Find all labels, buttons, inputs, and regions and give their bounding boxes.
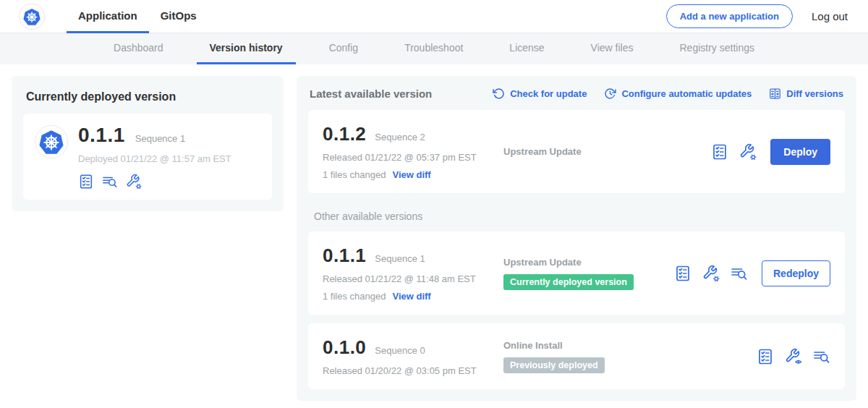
view-diff-link[interactable]: View diff — [392, 169, 430, 180]
version-card-0-1-2: 0.1.2 Sequence 2 Released 01/21/22 @ 05:… — [308, 110, 845, 193]
subnav-dashboard[interactable]: Dashboard — [101, 33, 176, 64]
subnav-view-files[interactable]: View files — [578, 33, 647, 64]
logout-button[interactable]: Log out — [812, 10, 848, 22]
currently-deployed-title: Currently deployed version — [26, 90, 269, 103]
kubernetes-logo — [19, 4, 45, 30]
diff-versions-link[interactable]: Diff versions — [769, 88, 843, 100]
released-timestamp: Released 01/21/22 @ 11:48 am EST — [323, 273, 503, 284]
released-timestamp: Released 01/21/22 @ 05:37 pm EST — [323, 152, 503, 163]
files-changed-label: 1 files changed — [323, 291, 386, 302]
sequence-label: Sequence 2 — [375, 132, 425, 143]
subnav-version-history[interactable]: Version history — [197, 33, 296, 64]
deploy-button[interactable]: Deploy — [770, 139, 830, 165]
preflight-checks-icon[interactable] — [711, 143, 728, 161]
redeploy-button[interactable]: Redeploy — [762, 260, 830, 286]
deployed-sequence-label: Sequence 1 — [135, 133, 185, 144]
version-card-0-1-0: 0.1.0 Sequence 0 Released 01/20/22 @ 03:… — [308, 323, 845, 389]
version-source-label: Online Install — [503, 340, 757, 351]
version-card-0-1-1: 0.1.1 Sequence 1 Released 01/21/22 @ 11:… — [308, 231, 845, 315]
view-logs-icon[interactable] — [102, 174, 118, 190]
edit-config-icon[interactable] — [702, 265, 720, 282]
version-source-label: Upstream Update — [503, 146, 711, 157]
subnav-troubleshoot[interactable]: Troubleshoot — [391, 33, 476, 64]
add-application-button[interactable]: Add a new application — [666, 4, 793, 28]
version-label: 0.1.1 — [323, 245, 366, 267]
sequence-label: Sequence 1 — [375, 253, 425, 264]
previously-deployed-badge: Previously deployed — [503, 357, 605, 373]
configure-automatic-updates-label: Configure automatic updates — [621, 88, 752, 99]
diff-icon — [769, 88, 781, 100]
top-header: Application GitOps Add a new application… — [0, 0, 868, 33]
subnav-registry-settings[interactable]: Registry settings — [667, 33, 767, 64]
released-timestamp: Released 01/20/22 @ 03:05 pm EST — [323, 365, 503, 376]
files-changed-label: 1 files changed — [323, 169, 386, 180]
version-history-panel: Latest available version Check for updat… — [297, 76, 856, 401]
configure-automatic-updates-link[interactable]: Configure automatic updates — [604, 88, 752, 100]
version-source-label: Upstream Update — [503, 257, 674, 268]
app-subnav: Dashboard Version history Config Trouble… — [0, 33, 868, 64]
edit-config-icon[interactable] — [739, 143, 757, 161]
view-config-icon[interactable] — [785, 348, 802, 365]
view-diff-link[interactable]: View diff — [392, 291, 430, 302]
preflight-checks-icon[interactable] — [674, 265, 692, 282]
deployed-timestamp: Deployed 01/21/22 @ 11:57 am EST — [78, 153, 231, 164]
version-label: 0.1.2 — [323, 123, 366, 145]
app-icon-kubernetes — [35, 125, 68, 158]
currently-deployed-version-card: 0.1.1 Sequence 1 Deployed 01/21/22 @ 11:… — [23, 114, 272, 200]
auto-update-icon — [604, 88, 616, 100]
currently-deployed-card: Currently deployed version 0.1.1 Sequenc… — [12, 76, 284, 211]
sequence-label: Sequence 0 — [375, 345, 425, 356]
other-available-versions-label: Other available versions — [314, 211, 839, 222]
check-for-update-link[interactable]: Check for update — [493, 88, 587, 100]
preflight-checks-icon[interactable] — [757, 348, 774, 365]
diff-versions-label: Diff versions — [786, 88, 843, 99]
subnav-license[interactable]: License — [496, 33, 557, 64]
refresh-icon — [493, 88, 505, 100]
deployed-version-label: 0.1.1 — [78, 124, 125, 147]
subnav-config[interactable]: Config — [316, 33, 371, 64]
version-label: 0.1.0 — [323, 336, 366, 359]
view-logs-icon[interactable] — [813, 348, 830, 365]
view-logs-icon[interactable] — [731, 265, 748, 282]
edit-config-icon[interactable] — [126, 174, 142, 190]
latest-available-title: Latest available version — [310, 88, 432, 100]
check-for-update-label: Check for update — [510, 88, 587, 99]
header-tabs: Application GitOps — [67, 0, 208, 33]
tab-gitops[interactable]: GitOps — [149, 0, 208, 33]
preflight-checks-icon[interactable] — [78, 174, 94, 190]
main-content: Currently deployed version 0.1.1 Sequenc… — [0, 64, 868, 408]
currently-deployed-badge: Currently deployed version — [503, 274, 634, 290]
tab-application[interactable]: Application — [67, 0, 149, 33]
